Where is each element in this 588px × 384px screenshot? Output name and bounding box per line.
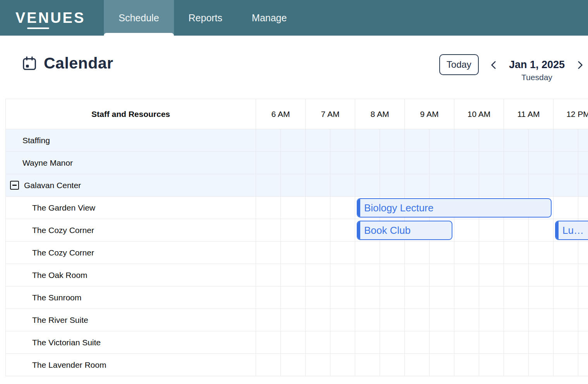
time-slot[interactable] — [281, 286, 306, 309]
time-slot[interactable] — [430, 264, 454, 286]
time-slot[interactable] — [430, 242, 454, 264]
time-slot[interactable] — [454, 174, 479, 196]
time-slot[interactable] — [330, 354, 355, 376]
time-slot[interactable] — [578, 286, 588, 309]
time-slot[interactable] — [578, 242, 588, 264]
time-slot[interactable] — [405, 242, 430, 264]
time-slot[interactable] — [355, 242, 380, 264]
time-slot[interactable] — [454, 354, 479, 376]
time-slot[interactable] — [554, 174, 578, 196]
time-slot[interactable] — [529, 152, 554, 174]
time-slot[interactable] — [380, 286, 405, 309]
time-slot[interactable] — [306, 242, 330, 264]
time-slot[interactable] — [454, 219, 479, 241]
time-slot[interactable] — [256, 286, 281, 309]
time-slot[interactable] — [256, 309, 281, 331]
time-slot[interactable] — [380, 264, 405, 286]
time-slot[interactable] — [430, 129, 454, 151]
time-slot[interactable] — [504, 286, 529, 309]
time-slot[interactable] — [306, 219, 330, 241]
nav-tab-schedule[interactable]: Schedule — [104, 0, 174, 36]
time-slot[interactable] — [355, 152, 380, 174]
time-slot[interactable] — [380, 309, 405, 331]
time-slot[interactable] — [281, 152, 306, 174]
time-slot[interactable] — [479, 354, 504, 376]
time-slot[interactable] — [554, 354, 578, 376]
time-slot[interactable] — [430, 152, 454, 174]
time-slot[interactable] — [578, 174, 588, 196]
time-slot[interactable] — [281, 242, 306, 264]
time-slot[interactable] — [380, 129, 405, 151]
time-slot[interactable] — [454, 152, 479, 174]
time-slot[interactable] — [306, 354, 330, 376]
time-slot[interactable] — [405, 152, 430, 174]
time-slot[interactable] — [330, 197, 355, 219]
time-slot[interactable] — [454, 286, 479, 309]
time-slot[interactable] — [430, 309, 454, 331]
time-slot[interactable] — [578, 129, 588, 151]
time-slot[interactable] — [504, 354, 529, 376]
time-slot[interactable] — [479, 174, 504, 196]
time-slot[interactable] — [281, 354, 306, 376]
time-slot[interactable] — [405, 354, 430, 376]
time-slot[interactable] — [504, 309, 529, 331]
time-slot[interactable] — [330, 129, 355, 151]
time-slot[interactable] — [430, 354, 454, 376]
time-slot[interactable] — [405, 264, 430, 286]
time-slot[interactable] — [380, 174, 405, 196]
time-slot[interactable] — [256, 174, 281, 196]
time-slot[interactable] — [554, 286, 578, 309]
time-slot[interactable] — [454, 331, 479, 353]
time-slot[interactable] — [479, 286, 504, 309]
time-slot[interactable] — [504, 129, 529, 151]
time-slot[interactable] — [306, 129, 330, 151]
today-button[interactable]: Today — [439, 54, 479, 75]
time-slot[interactable] — [306, 264, 330, 286]
time-slot[interactable] — [330, 152, 355, 174]
time-slot[interactable] — [355, 174, 380, 196]
time-slot[interactable] — [306, 197, 330, 219]
time-slot[interactable] — [504, 331, 529, 353]
time-slot[interactable] — [355, 264, 380, 286]
time-slot[interactable] — [405, 331, 430, 353]
time-slot[interactable] — [529, 331, 554, 353]
time-slot[interactable] — [355, 309, 380, 331]
time-slot[interactable] — [578, 331, 588, 353]
time-slot[interactable] — [256, 242, 281, 264]
time-slot[interactable] — [529, 309, 554, 331]
time-slot[interactable] — [330, 174, 355, 196]
prev-date-button[interactable] — [489, 60, 499, 71]
time-slot[interactable] — [430, 174, 454, 196]
time-slot[interactable] — [405, 286, 430, 309]
time-slot[interactable] — [479, 331, 504, 353]
time-slot[interactable] — [256, 152, 281, 174]
time-slot[interactable] — [529, 242, 554, 264]
time-slot[interactable] — [554, 242, 578, 264]
time-slot[interactable] — [430, 286, 454, 309]
time-slot[interactable] — [554, 129, 578, 151]
time-slot[interactable] — [504, 174, 529, 196]
time-slot[interactable] — [529, 264, 554, 286]
time-slot[interactable] — [454, 242, 479, 264]
time-slot[interactable] — [281, 174, 306, 196]
time-slot[interactable] — [554, 331, 578, 353]
time-slot[interactable] — [355, 286, 380, 309]
time-slot[interactable] — [256, 354, 281, 376]
time-slot[interactable] — [578, 197, 588, 219]
time-slot[interactable] — [529, 174, 554, 196]
time-slot[interactable] — [529, 286, 554, 309]
time-slot[interactable] — [355, 331, 380, 353]
time-slot[interactable] — [454, 129, 479, 151]
nav-tab-reports[interactable]: Reports — [174, 0, 237, 36]
event-chip-biology-lecture[interactable]: Biology Lecture — [357, 198, 552, 218]
time-slot[interactable] — [281, 129, 306, 151]
time-slot[interactable] — [306, 152, 330, 174]
time-slot[interactable] — [380, 331, 405, 353]
time-slot[interactable] — [479, 219, 504, 241]
time-slot[interactable] — [256, 197, 281, 219]
time-slot[interactable] — [330, 219, 355, 241]
time-slot[interactable] — [578, 354, 588, 376]
time-slot[interactable] — [380, 242, 405, 264]
time-slot[interactable] — [380, 152, 405, 174]
time-slot[interactable] — [578, 264, 588, 286]
